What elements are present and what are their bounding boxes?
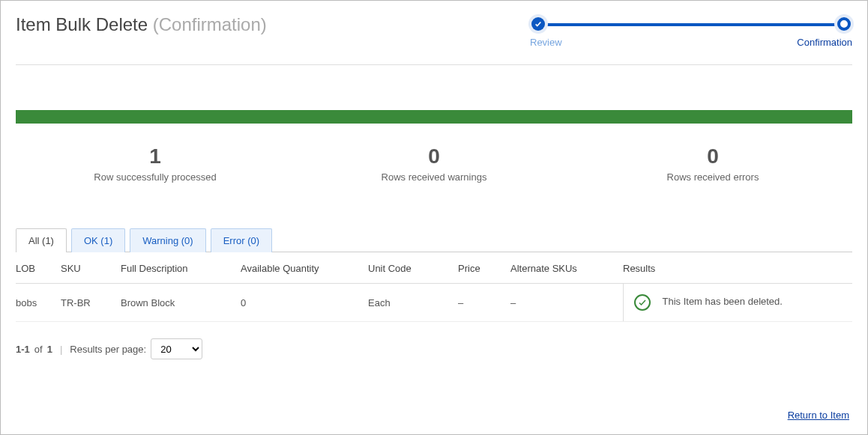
result-message: This Item has been deleted. — [663, 296, 783, 307]
stepper-label-confirmation: Confirmation — [797, 37, 852, 48]
summary-stats: 1 Row successfully processed 0 Rows rece… — [16, 145, 852, 183]
pagination: 1-1 of 1 | Results per page: 20 — [16, 338, 852, 359]
stat-errors: 0 Rows received errors — [573, 145, 852, 183]
check-icon — [534, 17, 542, 31]
stat-warnings-label: Rows received warnings — [295, 171, 573, 183]
footer-actions: Return to Item — [788, 410, 849, 421]
cell-sku: TR-BR — [61, 284, 121, 322]
results-table: LOB SKU Full Description Available Quant… — [16, 252, 852, 322]
pager-range: 1-1 — [16, 344, 30, 355]
pager-rpp-label: Results per page: — [70, 344, 146, 355]
col-desc: Full Description — [121, 252, 241, 284]
stepper-label-review: Review — [530, 37, 562, 48]
stat-errors-count: 0 — [573, 145, 852, 168]
col-lob: LOB — [16, 252, 61, 284]
pager-total: 1 — [47, 344, 52, 355]
cell-results: This Item has been deleted. — [623, 284, 852, 322]
cell-unit: Each — [368, 284, 458, 322]
col-results: Results — [623, 252, 852, 284]
progress-bar-full — [16, 110, 852, 124]
pager-sep: | — [60, 344, 62, 355]
stat-warnings-count: 0 — [295, 145, 573, 168]
result-tabs: All (1) OK (1) Warning (0) Error (0) — [16, 228, 852, 252]
table-row: bobs TR-BR Brown Block 0 Each – – This I… — [16, 284, 852, 322]
tab-ok[interactable]: OK (1) — [71, 228, 125, 252]
title-main: Item Bulk Delete — [16, 14, 153, 34]
stepper-node-review — [531, 17, 545, 31]
cell-desc: Brown Block — [121, 284, 241, 322]
stat-success-label: Row successfully processed — [16, 171, 295, 183]
tab-all[interactable]: All (1) — [16, 228, 67, 252]
cell-qty: 0 — [241, 284, 368, 322]
col-qty: Available Quantity — [241, 252, 368, 284]
tab-warning[interactable]: Warning (0) — [130, 228, 205, 252]
col-unit: Unit Code — [368, 252, 458, 284]
stat-success: 1 Row successfully processed — [16, 145, 295, 183]
success-check-icon — [634, 294, 651, 311]
stat-success-count: 1 — [16, 145, 295, 168]
page-title: Item Bulk Delete (Confirmation) — [16, 14, 267, 35]
col-price: Price — [458, 252, 510, 284]
return-to-item-link[interactable]: Return to Item — [788, 410, 849, 421]
col-alt: Alternate SKUs — [510, 252, 623, 284]
divider — [16, 64, 852, 65]
results-per-page-select[interactable]: 20 — [151, 338, 202, 359]
cell-price: – — [458, 284, 510, 322]
tab-error[interactable]: Error (0) — [211, 228, 272, 252]
cell-lob: bobs — [16, 284, 61, 322]
pager-of: of — [34, 344, 43, 355]
stepper-line — [536, 23, 846, 26]
table-header-row: LOB SKU Full Description Available Quant… — [16, 252, 852, 284]
cell-alt: – — [510, 284, 623, 322]
title-sub: (Confirmation) — [153, 14, 267, 34]
stepper-node-confirmation — [837, 17, 851, 31]
stat-errors-label: Rows received errors — [573, 171, 852, 183]
col-sku: SKU — [61, 252, 121, 284]
stat-warnings: 0 Rows received warnings — [295, 145, 573, 183]
progress-stepper: Review Confirmation — [530, 14, 852, 48]
